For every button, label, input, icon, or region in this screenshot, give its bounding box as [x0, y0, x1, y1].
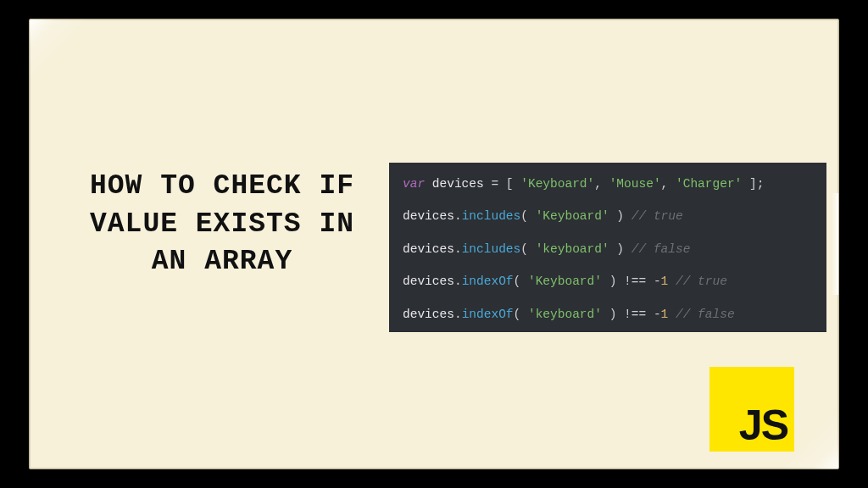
code-token-comment: // false [632, 242, 691, 256]
code-line: devices.indexOf( 'Keyboard' ) !== -1 // … [403, 275, 815, 288]
code-token-operator: !== [624, 274, 646, 288]
code-token-punct: ( [514, 274, 528, 288]
code-token-punct: ) [602, 274, 624, 288]
code-token-ident: devices [425, 177, 491, 191]
code-token-punct: ]; [742, 177, 764, 191]
code-token-space [624, 242, 632, 256]
code-token-operator: !== [624, 308, 646, 321]
code-token-punct: . [454, 242, 462, 256]
code-token-ident: devices [403, 209, 454, 223]
code-token-string: 'Keyboard' [528, 274, 602, 288]
code-line: devices.includes( 'keyboard' ) // false [403, 243, 815, 256]
code-token-comment: // false [676, 308, 735, 321]
code-token-punct: ) [609, 242, 624, 256]
code-token-number: 1 [661, 274, 669, 288]
code-token-func: indexOf [462, 274, 514, 288]
code-token-operator: = [491, 177, 498, 191]
edge-highlight-right [828, 193, 838, 295]
code-token-string: 'keyboard' [528, 308, 602, 321]
code-token-space [646, 274, 654, 288]
code-token-string: 'Keyboard' [536, 209, 609, 223]
code-token-punct: ( [520, 242, 535, 256]
code-token-operator: - [654, 308, 661, 321]
code-token-punct: . [454, 274, 462, 288]
code-block: var devices = [ 'Keyboard', 'Mouse', 'Ch… [389, 163, 826, 332]
code-line: devices.indexOf( 'keyboard' ) !== -1 // … [403, 308, 815, 321]
code-token-string: 'keyboard' [536, 242, 609, 256]
code-token-keyword: var [403, 177, 425, 191]
code-token-punct: . [454, 209, 462, 223]
corner-highlight-top-left [30, 19, 106, 79]
code-token-string: 'Mouse' [609, 177, 661, 191]
code-token-punct: ) [602, 308, 624, 321]
code-token-punct: ( [514, 308, 528, 321]
code-token-space [624, 209, 632, 223]
js-logo-badge: JS [709, 367, 794, 452]
code-token-func: includes [462, 209, 521, 223]
code-line: var devices = [ 'Keyboard', 'Mouse', 'Ch… [403, 178, 815, 191]
code-token-ident: devices [403, 242, 454, 256]
code-token-number: 1 [661, 308, 669, 321]
code-token-comment: // true [632, 209, 683, 223]
code-token-ident: devices [403, 308, 454, 321]
code-line: devices.includes( 'Keyboard' ) // true [403, 210, 815, 223]
code-token-space [668, 308, 676, 321]
slide-title: HOW TO CHECK IF VALUE EXISTS IN AN ARRAY [65, 168, 379, 281]
code-token-string: 'Charger' [676, 177, 742, 191]
outer-frame: HOW TO CHECK IF VALUE EXISTS IN AN ARRAY… [0, 0, 868, 488]
code-token-ident: devices [403, 274, 454, 288]
code-token-space [668, 274, 676, 288]
code-token-comment: // true [676, 274, 727, 288]
code-token-punct: ) [609, 209, 624, 223]
code-token-space [646, 308, 654, 321]
js-logo-text: JS [739, 404, 787, 446]
code-token-func: includes [462, 242, 521, 256]
code-token-string: 'Keyboard' [520, 177, 594, 191]
code-token-operator: - [654, 274, 661, 288]
code-token-punct: , [594, 177, 609, 191]
code-token-punct: [ [498, 177, 520, 191]
slide-card: HOW TO CHECK IF VALUE EXISTS IN AN ARRAY… [29, 19, 839, 469]
code-token-func: indexOf [462, 308, 514, 321]
code-token-punct: , [661, 177, 676, 191]
code-token-punct: ( [520, 209, 535, 223]
code-token-punct: . [454, 308, 462, 321]
